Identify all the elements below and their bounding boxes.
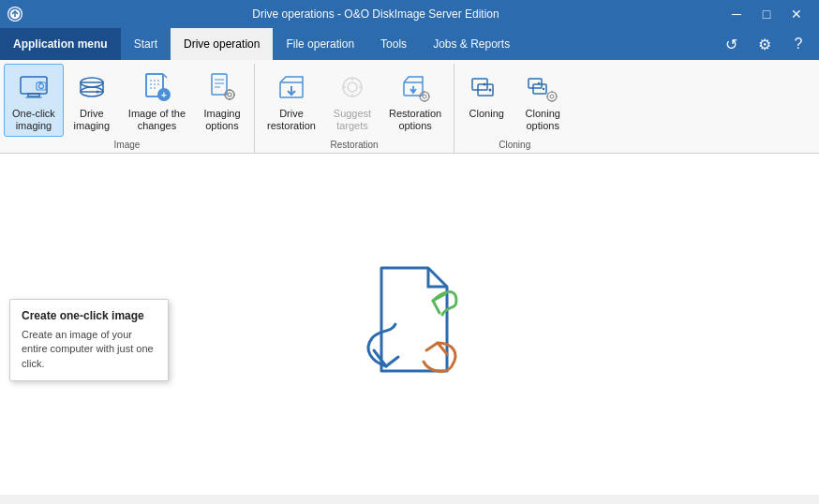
drive-imaging-icon [73,68,111,106]
cloning-label: Cloning [469,108,504,120]
cloning-button[interactable]: Cloning [458,64,514,125]
image-group-label: Image [4,138,250,153]
window-controls: ─ □ ✕ [722,0,812,28]
svg-point-47 [489,89,492,92]
cloning-group-label: Cloning [458,138,571,153]
ribbon-image-buttons: One-clickimaging Driveimaging [4,64,250,138]
suggest-targets-icon [334,68,371,106]
svg-rect-6 [38,82,42,83]
maximize-button[interactable]: □ [752,0,782,28]
tab-jobs-reports[interactable]: Jobs & Reports [420,28,523,60]
tab-file-operation[interactable]: File operation [273,28,367,60]
svg-point-5 [38,84,43,89]
ribbon-restoration-buttons: Driverestoration Suggesttargets [259,64,450,138]
tooltip: Create one-click image Create an image o… [9,299,169,381]
svg-point-38 [420,92,429,101]
toolbar-right: ↺ ⚙ ? [710,28,819,60]
tab-tools[interactable]: Tools [367,28,420,60]
ribbon-cloning-buttons: Cloning [458,64,571,138]
cloning-icon [468,68,505,106]
cloning-options-button[interactable]: Cloningoptions [514,64,571,137]
app-icon [7,7,22,22]
drive-restoration-button[interactable]: Driverestoration [259,64,324,137]
one-click-imaging-label: One-clickimaging [12,108,55,132]
image-of-changes-label: Image of thechanges [128,108,186,132]
refresh-icon[interactable]: ↺ [718,31,744,57]
imaging-options-button[interactable]: Imagingoptions [194,64,250,137]
suggest-targets-button: Suggesttargets [324,64,380,137]
svg-rect-3 [25,96,42,98]
svg-point-10 [96,91,98,94]
tooltip-body: Create an image of your entire computer … [22,328,156,371]
drive-imaging-label: Driveimaging [74,108,111,132]
svg-point-39 [423,95,426,98]
imaging-options-icon [203,68,241,106]
center-logo [335,249,484,399]
svg-rect-2 [28,94,39,96]
svg-point-23 [228,93,231,96]
svg-point-52 [547,92,557,101]
drive-restoration-label: Driverestoration [267,108,316,132]
one-click-imaging-button[interactable]: One-clickimaging [4,64,64,137]
ribbon-group-image: One-clickimaging Driveimaging [0,64,255,153]
application-menu[interactable]: Application menu [0,28,121,60]
svg-rect-18 [212,74,227,95]
restoration-options-button[interactable]: Restorationoptions [380,64,450,137]
svg-text:+: + [162,90,168,100]
ribbon-group-cloning: Cloning [454,64,574,153]
app-logo-svg [335,249,484,399]
window-title: Drive operations - O&O DiskImage Server … [30,7,722,21]
tooltip-title: Create one-click image [22,309,156,322]
close-button[interactable]: ✕ [782,0,812,28]
one-click-imaging-icon [15,68,52,106]
settings-icon[interactable]: ⚙ [752,31,778,57]
tab-start[interactable]: Start [121,28,171,60]
drive-restoration-icon [273,68,310,106]
ribbon-group-restoration: Driverestoration Suggesttargets [255,64,454,153]
imaging-options-label: Imagingoptions [203,108,240,132]
svg-point-53 [550,95,554,98]
tab-drive-operation[interactable]: Drive operation [171,28,273,60]
cloning-options-label: Cloningoptions [526,108,560,132]
restoration-options-label: Restorationoptions [389,108,441,132]
drive-imaging-button[interactable]: Driveimaging [64,64,120,137]
title-bar: Drive operations - O&O DiskImage Server … [0,0,819,28]
suggest-targets-label: Suggesttargets [334,108,371,132]
minimize-button[interactable]: ─ [722,0,752,28]
restoration-group-label: Restoration [259,138,450,153]
restoration-options-icon [396,68,434,106]
main-content: Create one-click image Create an image o… [0,154,819,495]
cloning-options-icon [524,68,561,106]
ribbon: One-clickimaging Driveimaging [0,60,819,154]
image-of-changes-button[interactable]: + Image of thechanges [120,64,194,137]
help-icon[interactable]: ? [785,31,812,57]
svg-point-31 [348,82,357,92]
image-of-changes-icon: + [138,68,175,106]
svg-point-51 [543,88,544,90]
menu-bar: Application menu Start Drive operation F… [0,28,819,60]
